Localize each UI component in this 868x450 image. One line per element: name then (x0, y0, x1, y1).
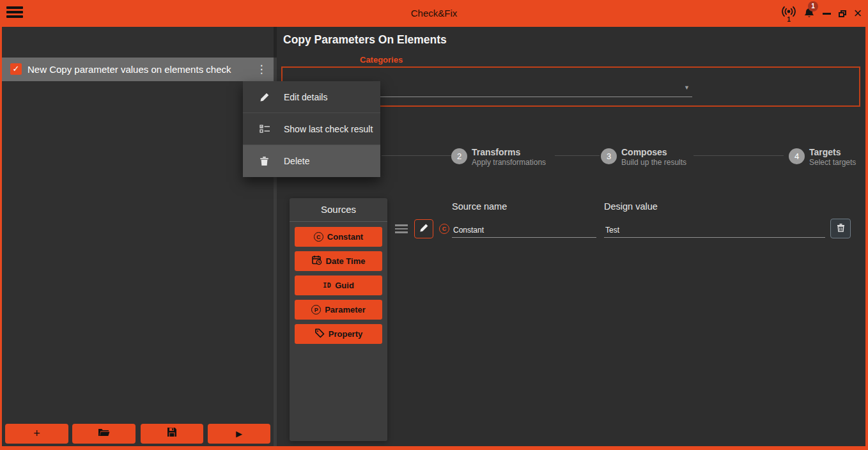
menu-item-label: Edit details (284, 81, 327, 113)
step-4-subtitle: Select targets (809, 158, 856, 167)
window-border-right (865, 27, 868, 450)
divider (290, 221, 387, 222)
window-border-left (0, 27, 2, 450)
source-button-label: Parameter (325, 305, 366, 314)
save-floppy-icon (167, 427, 177, 440)
source-constant-button[interactable]: C Constant (295, 227, 382, 247)
source-button-label: Date Time (326, 256, 366, 266)
folder-open-icon (98, 427, 110, 440)
page-title: Copy Parameters On Elements (283, 33, 447, 47)
sources-panel-title: Sources (290, 204, 387, 215)
check-list-item[interactable]: ✓ New Copy parameter values on elements … (2, 58, 275, 81)
trash-icon (260, 156, 269, 169)
menu-item-label: Show last check result (284, 113, 373, 145)
source-button-label: Guid (335, 281, 354, 290)
drag-handle-icon[interactable] (395, 224, 408, 233)
pencil-icon (419, 223, 429, 235)
source-button-label: Constant (327, 232, 363, 242)
source-parameter-button[interactable]: P Parameter (295, 300, 382, 320)
menu-item-edit-details[interactable]: Edit details (243, 81, 380, 113)
source-property-button[interactable]: Property (295, 324, 382, 344)
plus-icon: + (33, 427, 40, 440)
svg-text:1: 1 (787, 16, 791, 23)
step-4-title: Targets (809, 147, 841, 157)
checklist-icon (260, 124, 270, 136)
circle-p-icon: P (311, 305, 321, 314)
titlebar: Check&Fix 1 1 × (0, 0, 868, 27)
open-checks-button[interactable] (72, 424, 136, 444)
source-guid-button[interactable]: ID Guid (295, 275, 382, 295)
step-2-circle[interactable]: 2 (451, 148, 467, 164)
step-2-title: Transforms (472, 147, 520, 157)
close-button[interactable]: × (851, 0, 865, 27)
trash-icon (837, 223, 845, 234)
design-value-input[interactable] (604, 222, 825, 238)
delete-source-button[interactable] (830, 219, 851, 238)
categories-dropdown[interactable]: ▼ (332, 77, 692, 97)
source-datetime-button[interactable]: Date Time (295, 251, 382, 271)
step-2-subtitle: Apply transformations (472, 158, 546, 167)
checkfix-window: Check&Fix 1 1 × Param (0, 0, 868, 450)
signal-status-icon[interactable]: 1 (779, 0, 799, 27)
step-3-circle[interactable]: 3 (601, 148, 617, 164)
add-check-button[interactable]: + (5, 424, 68, 444)
app-title: Check&Fix (0, 0, 868, 27)
edit-source-button[interactable] (414, 219, 433, 238)
design-value-column-header: Design value (604, 201, 658, 212)
tag-icon (314, 328, 325, 340)
pencil-icon (260, 92, 270, 105)
kebab-menu-icon[interactable]: ⋮ (253, 58, 270, 81)
id-badge-icon: ID (323, 282, 331, 289)
play-icon: ▶ (236, 429, 242, 438)
sources-panel: Sources C Constant Date Time ID Guid (290, 198, 387, 441)
stepper-connector (694, 155, 784, 156)
menu-item-delete[interactable]: Delete (243, 145, 380, 177)
step-3-subtitle: Build up the results (621, 158, 686, 167)
run-checks-button[interactable]: ▶ (208, 424, 270, 444)
source-button-label: Property (329, 329, 362, 339)
step-3-title: Composes (621, 147, 667, 157)
circle-c-icon: C (314, 232, 323, 242)
chevron-down-icon: ▼ (684, 84, 690, 91)
restore-button[interactable] (835, 0, 849, 27)
check-item-label: New Copy parameter values on elements ch… (27, 58, 231, 81)
save-checks-button[interactable] (141, 424, 203, 444)
menu-item-show-last-check-result[interactable]: Show last check result (243, 113, 380, 145)
source-name-input[interactable] (452, 222, 596, 238)
notification-badge: 1 (808, 1, 818, 12)
check-item-checkbox[interactable]: ✓ (10, 63, 22, 75)
minimize-button[interactable] (820, 0, 833, 27)
window-border-bottom (0, 446, 868, 450)
calendar-clock-icon (312, 255, 322, 267)
checks-sidebar: Parameters 1 check(s) (2, 27, 274, 446)
menu-item-label: Delete (284, 145, 309, 177)
stepper-connector (555, 155, 600, 156)
step-4-circle[interactable]: 4 (789, 148, 805, 164)
source-name-column-header: Source name (452, 201, 507, 212)
categories-label: Categories (360, 55, 403, 65)
constant-type-icon: C (439, 224, 449, 234)
check-item-context-menu: Edit details Show last check result (243, 81, 380, 177)
stepper-connector (382, 155, 451, 156)
